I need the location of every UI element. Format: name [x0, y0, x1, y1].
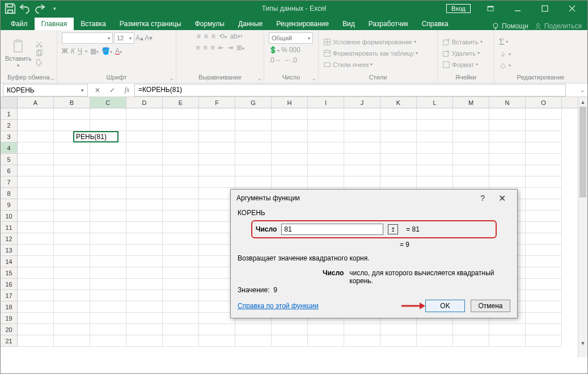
column-header[interactable]: E: [163, 97, 199, 108]
maximize-icon[interactable]: [532, 1, 558, 16]
cell[interactable]: [308, 131, 344, 142]
cell[interactable]: [526, 108, 562, 120]
cell[interactable]: [526, 335, 562, 347]
cell[interactable]: [163, 177, 199, 188]
insert-function-icon[interactable]: fx: [120, 86, 134, 94]
cell[interactable]: [526, 222, 562, 233]
delete-cells-button[interactable]: Удалить▾: [442, 49, 483, 57]
dialog-close-icon[interactable]: ✕: [493, 193, 511, 204]
cell[interactable]: [54, 233, 90, 245]
cell[interactable]: [54, 120, 90, 131]
vertical-scrollbar[interactable]: ▲ ▼: [578, 97, 587, 358]
cell[interactable]: [163, 142, 199, 154]
cell[interactable]: [54, 108, 90, 120]
cell[interactable]: [380, 120, 417, 131]
cell[interactable]: [163, 154, 199, 165]
cell[interactable]: [235, 131, 272, 142]
cell[interactable]: [380, 108, 417, 120]
cell[interactable]: [272, 165, 308, 177]
cell[interactable]: [199, 120, 235, 131]
cell[interactable]: [126, 177, 163, 188]
enter-formula-icon[interactable]: ✓: [105, 86, 120, 94]
row-header[interactable]: 20: [1, 324, 18, 335]
cell[interactable]: [163, 301, 199, 313]
row-header[interactable]: 14: [1, 256, 18, 267]
format-as-table-button[interactable]: Форматировать как таблицу▾: [323, 49, 418, 57]
cell[interactable]: [526, 131, 562, 142]
clear-icon[interactable]: ▾: [499, 62, 511, 70]
redo-icon[interactable]: [33, 2, 46, 15]
cell[interactable]: [18, 222, 54, 233]
cell[interactable]: [126, 188, 163, 199]
align-bottom-icon[interactable]: ≡: [211, 32, 215, 40]
cell[interactable]: [54, 211, 90, 222]
column-header[interactable]: D: [126, 97, 163, 108]
cell[interactable]: [18, 142, 54, 154]
tab-pagelayout[interactable]: Разметка страницы: [113, 18, 188, 30]
cell[interactable]: [126, 324, 163, 335]
scroll-down-icon[interactable]: ▼: [578, 338, 587, 348]
launcher-icon[interactable]: ⌐: [171, 76, 174, 82]
cell[interactable]: [163, 256, 199, 267]
cell[interactable]: [90, 267, 126, 279]
cell[interactable]: [417, 142, 453, 154]
cell[interactable]: [526, 233, 562, 245]
cell[interactable]: [54, 256, 90, 267]
cell[interactable]: [163, 165, 199, 177]
column-header[interactable]: J: [344, 97, 380, 108]
row-header[interactable]: 1: [1, 108, 18, 120]
cell[interactable]: [163, 233, 199, 245]
column-header[interactable]: N: [489, 97, 526, 108]
cell-styles-button[interactable]: Стили ячеек▾: [323, 61, 418, 69]
cell[interactable]: [380, 154, 417, 165]
cell[interactable]: [344, 154, 380, 165]
cell[interactable]: [417, 177, 453, 188]
cell[interactable]: [163, 108, 199, 120]
cell[interactable]: [90, 211, 126, 222]
currency-icon[interactable]: 💲▾: [269, 46, 280, 54]
cell[interactable]: [308, 165, 344, 177]
row-header[interactable]: 11: [1, 222, 18, 233]
cell[interactable]: [90, 108, 126, 120]
cell[interactable]: [18, 120, 54, 131]
align-right-icon[interactable]: ≡: [211, 44, 215, 52]
column-header[interactable]: L: [417, 97, 453, 108]
column-header[interactable]: F: [199, 97, 235, 108]
cell[interactable]: [199, 165, 235, 177]
cell[interactable]: [163, 290, 199, 301]
row-header[interactable]: 6: [1, 165, 18, 177]
collapse-dialog-icon[interactable]: ↥: [388, 224, 398, 234]
cell[interactable]: [344, 120, 380, 131]
row-header[interactable]: 21: [1, 335, 18, 347]
cell[interactable]: [526, 245, 562, 256]
cell[interactable]: [235, 142, 272, 154]
cell[interactable]: [453, 142, 489, 154]
cell[interactable]: [526, 142, 562, 154]
cell[interactable]: [90, 177, 126, 188]
cell[interactable]: [344, 142, 380, 154]
font-size-combo[interactable]: 12▾: [114, 32, 134, 44]
cell[interactable]: [417, 131, 453, 142]
scroll-up-icon[interactable]: ▲: [578, 97, 587, 107]
cell[interactable]: [526, 256, 562, 267]
cell[interactable]: [126, 199, 163, 211]
cell[interactable]: [526, 279, 562, 290]
cell[interactable]: [199, 177, 235, 188]
cell[interactable]: [417, 165, 453, 177]
cell[interactable]: [235, 108, 272, 120]
cell[interactable]: [272, 177, 308, 188]
column-header[interactable]: C: [90, 97, 126, 108]
row-header[interactable]: 19: [1, 313, 18, 324]
paste-button[interactable]: Вставить ▾: [5, 38, 32, 68]
cell[interactable]: [199, 131, 235, 142]
tell-me[interactable]: Помощн: [492, 22, 528, 30]
cell[interactable]: [272, 335, 308, 347]
cell[interactable]: [344, 165, 380, 177]
select-all-button[interactable]: [1, 97, 18, 108]
number-format-combo[interactable]: Общий▾: [269, 32, 313, 44]
cell[interactable]: [453, 324, 489, 335]
cell[interactable]: [235, 120, 272, 131]
autosum-icon[interactable]: Σ ▾: [499, 37, 511, 47]
conditional-formatting-button[interactable]: Условное форматирование▾: [323, 38, 418, 46]
cell[interactable]: [526, 324, 562, 335]
